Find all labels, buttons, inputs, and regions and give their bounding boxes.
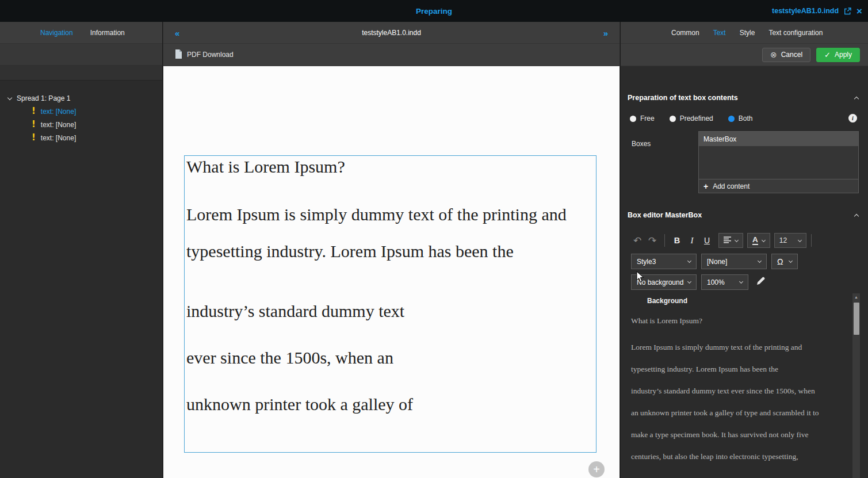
section-box-editor-header[interactable]: Box editor MasterBox [628, 211, 702, 219]
radio-label: Both [739, 114, 753, 123]
editor-text-line: centuries, but also the leap into electr… [631, 446, 845, 468]
editor-scrollbar[interactable]: ▲ [852, 293, 860, 478]
paragraph-style-value: Style3 [637, 258, 656, 266]
page-tree: Spread 1: Page 1 ! text: [None] ! text: … [0, 81, 162, 144]
pdf-file-icon [175, 49, 182, 60]
chevron-down-icon [789, 259, 793, 263]
app-window: Preparing teststyleAB1.0.indd × Navigati… [0, 0, 868, 478]
action-bar: ⊗ Cancel ✓ Apply [621, 44, 868, 66]
zoom-add-button[interactable]: + [588, 461, 605, 477]
section-preparation-header[interactable]: Preparation of text box contents [628, 94, 738, 102]
warning-icon: ! [32, 107, 36, 116]
editor-text-line: industry’s standard dummy text ever sinc… [631, 380, 845, 402]
chevron-down-icon [798, 238, 802, 242]
box-item-masterbox[interactable]: MasterBox [699, 132, 858, 146]
tab-navigation[interactable]: Navigation [40, 29, 73, 37]
chevron-down-icon [7, 95, 12, 100]
tree-item-label: text: [None] [41, 108, 76, 116]
chevron-down-icon [739, 280, 743, 284]
document-filename: teststyleAB1.0.indd [772, 7, 839, 15]
edit-pencil-icon[interactable] [756, 276, 766, 287]
left-divider-strip [0, 66, 162, 81]
page-text-line: ever since the 1500s, when an [186, 348, 393, 368]
tab-style[interactable]: Style [740, 29, 755, 37]
tree-item-label: text: [None] [41, 134, 76, 142]
text-color-icon: A [752, 236, 758, 245]
cancel-button[interactable]: ⊗ Cancel [762, 48, 810, 62]
scrollbar-thumb[interactable] [854, 303, 859, 335]
text-color-dropdown[interactable]: A [747, 233, 770, 248]
cancel-label: Cancel [781, 51, 802, 59]
radio-both[interactable]: Both [728, 114, 753, 123]
omega-icon: Ω [777, 257, 783, 266]
radio-label: Predefined [680, 114, 713, 123]
editor-toolbar: ↶ ↷ B I U A 12 [630, 233, 816, 248]
apply-button[interactable]: ✓ Apply [816, 48, 860, 62]
box-text-editor[interactable]: What is Lorem Ipsum? Lorem Ipsum is simp… [631, 310, 845, 468]
check-icon: ✓ [824, 51, 831, 59]
align-left-icon [724, 236, 731, 245]
pdf-download-button[interactable]: PDF Download [175, 49, 234, 60]
text-frame[interactable]: What is Lorem Ipsum? Lorem Ipsum is simp… [184, 155, 596, 453]
collapse-section-icon[interactable] [854, 97, 859, 101]
left-toolbar-strip [0, 44, 162, 66]
boxes-label: Boxes [632, 140, 651, 148]
editor-text-line: an unknown printer took a galley of type… [631, 402, 845, 424]
right-tab-bar: Common Text Style Text configuration [621, 22, 868, 44]
radio-predefined[interactable]: Predefined [670, 114, 713, 123]
font-size-dropdown[interactable]: 12 [774, 233, 806, 248]
cancel-circle-icon: ⊗ [770, 51, 777, 59]
plus-icon: + [703, 182, 708, 191]
open-external-icon[interactable] [844, 7, 851, 15]
background-label: Background [647, 297, 687, 305]
zoom-value: 100% [707, 278, 725, 286]
document-toolbar: PDF Download [163, 44, 620, 66]
add-content-label: Add content [713, 182, 750, 190]
bold-button[interactable]: B [670, 233, 685, 248]
paragraph-style-select[interactable]: Style3 [631, 254, 697, 269]
chevron-down-icon [687, 259, 691, 263]
italic-button[interactable]: I [685, 233, 699, 248]
content-mode-radios: Free Predefined Both [630, 114, 752, 123]
info-icon[interactable]: i [848, 114, 857, 123]
tab-information[interactable]: Information [90, 29, 125, 37]
character-style-select[interactable]: [None] [701, 254, 767, 269]
close-icon[interactable]: × [856, 6, 862, 16]
status-text: Preparing [0, 0, 868, 22]
undo-icon[interactable]: ↶ [630, 233, 645, 248]
zoom-select[interactable]: 100% [701, 274, 748, 290]
radio-free[interactable]: Free [630, 114, 655, 123]
editor-text-line: What is Lorem Ipsum? [631, 310, 845, 332]
boxes-list-body: MasterBox [698, 131, 859, 179]
alignment-dropdown[interactable] [718, 233, 743, 248]
tab-common[interactable]: Common [671, 29, 699, 37]
warning-icon: ! [32, 120, 36, 129]
tab-text[interactable]: Text [713, 29, 726, 37]
radio-dot [728, 116, 735, 122]
radio-dot [630, 116, 636, 122]
topbar-right-group: teststyleAB1.0.indd × [772, 0, 862, 22]
warning-icon: ! [32, 133, 36, 142]
redo-icon[interactable]: ↷ [645, 233, 660, 248]
right-sidebar: Common Text Style Text configuration ⊗ C… [620, 22, 868, 478]
page-canvas: What is Lorem Ipsum? Lorem Ipsum is simp… [163, 66, 620, 478]
collapse-section-icon[interactable] [854, 214, 859, 219]
tab-text-configuration[interactable]: Text configuration [768, 29, 823, 37]
document-title: teststyleAB1.0.indd [163, 22, 620, 44]
tree-root-spread[interactable]: Spread 1: Page 1 [0, 92, 162, 105]
tree-item-text-2[interactable]: ! text: [None] [0, 118, 162, 131]
scrollbar-up-icon[interactable]: ▲ [852, 293, 860, 301]
page-text-line: What is Lorem Ipsum? [186, 157, 345, 177]
next-spread-button[interactable]: » [603, 22, 608, 44]
tree-item-text-1[interactable]: ! text: [None] [0, 105, 162, 118]
background-select[interactable]: No background [631, 274, 697, 290]
background-value: No background [637, 278, 683, 286]
underline-button[interactable]: U [699, 233, 714, 248]
add-content-button[interactable]: + Add content [698, 179, 859, 193]
radio-label: Free [640, 114, 655, 123]
editor-text-line: Lorem Ipsum is simply dummy text of the … [631, 336, 845, 358]
special-character-select[interactable]: Ω [771, 254, 798, 269]
page-text-line: industry’s standard dummy text [186, 301, 404, 321]
radio-dot [670, 116, 676, 122]
tree-item-text-3[interactable]: ! text: [None] [0, 131, 162, 144]
